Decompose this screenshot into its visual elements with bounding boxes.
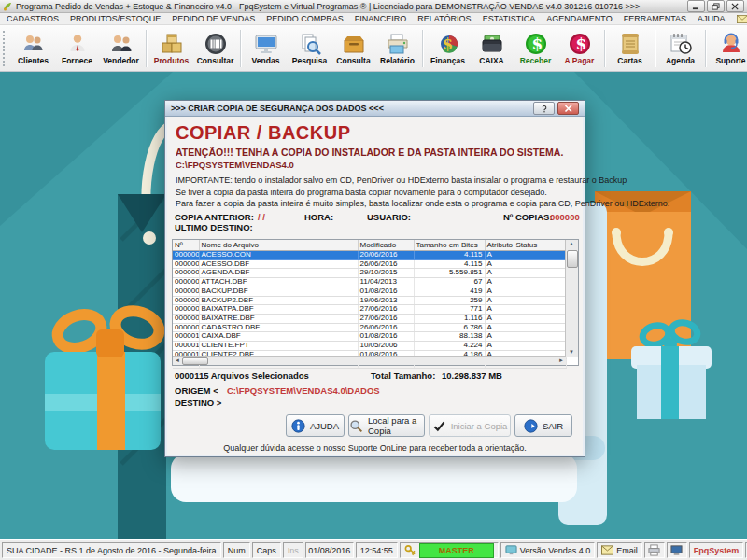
table-row[interactable]: 0000006BACKUP2.DBF19/06/2013259A	[173, 296, 566, 305]
ajuda-button[interactable]: AJUDA	[286, 414, 345, 437]
toolbar-suporte-button[interactable]: Suporte	[709, 27, 747, 70]
toolbar-clientes-button[interactable]: Clientes	[11, 27, 55, 70]
info-icon	[291, 419, 305, 433]
receber-icon: $	[524, 32, 548, 56]
toolbar-cartas-button[interactable]: Cartas	[608, 27, 652, 70]
toolbar-separator	[146, 30, 147, 67]
toolbar-fornece-button[interactable]: Fornece	[55, 27, 99, 70]
copia-anterior-value: / /	[258, 212, 265, 222]
table-row[interactable]: 0000002ACESSO.DBF26/06/20164.115A	[173, 259, 566, 269]
menu-item-pedido-compras[interactable]: PEDIDO COMPRAS	[266, 14, 344, 23]
file-table-body: 0000001ACESSO.CON20/06/20164.115A0000002…	[173, 251, 566, 369]
menu-item-pedido-de-vendas[interactable]: PEDIDO DE VENDAS	[172, 14, 255, 23]
status-email-button[interactable]: Email	[597, 542, 642, 558]
table-header-row[interactable]: Nº Nome do Arquivo Modificado Tamanho em…	[173, 240, 566, 251]
table-row[interactable]: 0000008BAIXATRE.DBF27/06/20161.116A	[173, 314, 566, 323]
status-printer-button[interactable]	[644, 542, 665, 558]
window-title: Programa Pedido de Vendas + Estoque & Fi…	[16, 2, 684, 11]
toolbar-financas-button[interactable]: $Finanças	[426, 27, 470, 70]
toolbar-relatorio-button[interactable]: Relatório	[375, 27, 419, 70]
table-row[interactable]: 0000007BAIXATPA.DBF27/06/2016771A	[173, 305, 566, 315]
monitor-icon	[670, 544, 683, 556]
table-row[interactable]: 0000005BACKUP.DBF01/08/2016419A	[173, 287, 566, 296]
toolbar-label: Vendedor	[103, 57, 139, 65]
hora-label: HORA:	[304, 212, 333, 222]
status-version: Versão Vendas 4.0	[500, 542, 596, 558]
toolbar-label: Cartas	[617, 57, 641, 65]
menu-item-agendamento[interactable]: AGENDAMENTO	[546, 14, 612, 23]
ultimo-destino-label: ULTIMO DESTINO:	[175, 222, 253, 232]
toolbar-separator	[604, 30, 605, 67]
file-grid: Nº Nome do Arquivo Modificado Tamanho em…	[173, 240, 567, 369]
sair-button[interactable]: SAIR	[514, 414, 572, 437]
table-row[interactable]: 0000009CADASTRO.DBF26/06/20166.786A	[173, 323, 566, 332]
table-row[interactable]: 0000003AGENDA.DBF29/10/20155.559.851A	[173, 269, 566, 278]
menu-item-ferramentas[interactable]: FERRAMENTAS	[624, 14, 686, 23]
menu-item-cadastros[interactable]: CADASTROS	[7, 14, 59, 23]
toolbar-caixa-button[interactable]: CAIXA	[470, 27, 514, 70]
pesquisa-icon	[298, 32, 322, 56]
window-titlebar[interactable]: Programa Pedido de Vendas + Estoque & Fi…	[0, 0, 747, 13]
status-monitor-button[interactable]	[667, 542, 687, 558]
menu-item-relatorios[interactable]: RELATÓRIOS	[417, 14, 471, 23]
toolbar-label: Finanças	[430, 57, 465, 65]
table-row[interactable]: 0000001ACESSO.CON20/06/20164.115A	[173, 251, 566, 260]
col-atributo[interactable]: Atributo	[485, 240, 514, 251]
svg-text:$: $	[575, 35, 586, 53]
restore-button[interactable]	[707, 0, 725, 12]
dialog-close-button[interactable]	[557, 102, 579, 115]
printer-icon	[648, 544, 660, 556]
dialog-titlebar[interactable]: >>> CRIAR COPIA DE SEGURANÇA DOS DADOS <…	[165, 101, 585, 117]
table-row[interactable]: 0000011CLIENTE.FPT10/05/20064.224A	[173, 342, 566, 351]
menu-item-estatistica[interactable]: ESTATISTICA	[483, 14, 536, 23]
menu-item-financeiro[interactable]: FINANCEIRO	[355, 14, 407, 23]
toolbar-label: Suporte	[715, 57, 745, 65]
table-row[interactable]: 0000010CAIXA.DBF01/08/201688.138A	[173, 332, 566, 342]
local-para-copia-button[interactable]: Local para a Copia	[348, 414, 425, 437]
agenda-icon	[669, 32, 693, 56]
col-numero[interactable]: Nº	[173, 240, 199, 251]
toolbar-produtos-button[interactable]: Produtos	[149, 27, 193, 70]
menu-bar: CADASTROSPRODUTOS/ESTOQUEPEDIDO DE VENDA…	[0, 13, 747, 25]
key-icon	[404, 544, 416, 556]
dialog-help-button[interactable]	[533, 102, 555, 115]
col-nome[interactable]: Nome do Arquivo	[199, 240, 358, 251]
toolbar-pesquisa-button[interactable]: Pesquisa	[288, 27, 331, 70]
toolbar-agenda-button[interactable]: Agenda	[658, 27, 702, 70]
col-tamanho[interactable]: Tamanho em Bites	[414, 240, 485, 251]
scroll-down-icon[interactable]: ▼	[566, 348, 577, 357]
backup-dialog: >>> CRIAR COPIA DE SEGURANÇA DOS DADOS <…	[164, 100, 585, 457]
col-status[interactable]: Status	[514, 240, 566, 251]
menu-bar-items: CADASTROSPRODUTOS/ESTOQUEPEDIDO DE VENDA…	[7, 14, 726, 23]
iniciar-copia-button[interactable]: Iniciar a Copia	[429, 414, 511, 437]
check-icon	[432, 419, 446, 433]
minimize-button[interactable]	[687, 0, 705, 12]
table-row[interactable]: 0000004ATTACH.DBF11/04/201367A	[173, 278, 566, 287]
relatorio-icon	[386, 32, 410, 56]
app-icon	[3, 2, 12, 11]
toolbar-label: Receber	[520, 57, 552, 65]
status-num: Num	[223, 542, 250, 558]
vertical-scrollbar[interactable]: ▲ ▼	[565, 240, 578, 357]
toolbar-a-pagar-button[interactable]: $A Pagar	[557, 27, 601, 70]
toolbar-receber-button[interactable]: $Receber	[514, 27, 557, 70]
n-copias-value: 000000	[550, 212, 580, 222]
dialog-warning-text: ATENÇÃO!!! TENHA A COPIA DO INSTALADOR E…	[176, 147, 563, 158]
scroll-up-icon[interactable]: ▲	[566, 240, 577, 248]
scroll-left-icon[interactable]: ◄	[175, 357, 180, 364]
status-master-panel: MASTER	[400, 542, 499, 558]
copia-anterior-label: COPIA ANTERIOR:	[175, 212, 254, 222]
scroll-right-icon[interactable]: ►	[558, 357, 564, 364]
toolbar-consulta-button[interactable]: Consulta	[331, 27, 375, 70]
col-modificado[interactable]: Modificado	[358, 240, 414, 251]
vertical-scroll-thumb[interactable]	[567, 250, 578, 268]
gift-box-right-illustration	[631, 320, 712, 419]
toolbar-vendedor-button[interactable]: Vendedor	[99, 27, 143, 70]
origem-path-value: C:\FPQSYSTEM\VENDAS4.0\DADOS	[227, 385, 380, 396]
menu-item-ajuda[interactable]: AJUDA	[698, 14, 726, 23]
menu-item-produtos-estoque[interactable]: PRODUTOS/ESTOQUE	[70, 14, 161, 23]
horizontal-scroll-thumb[interactable]	[182, 357, 208, 365]
toolbar-vendas-button[interactable]: Vendas	[244, 27, 288, 70]
horizontal-scrollbar[interactable]: ◄ ►	[173, 356, 566, 365]
toolbar-consultar-button[interactable]: Consultar	[193, 27, 237, 70]
